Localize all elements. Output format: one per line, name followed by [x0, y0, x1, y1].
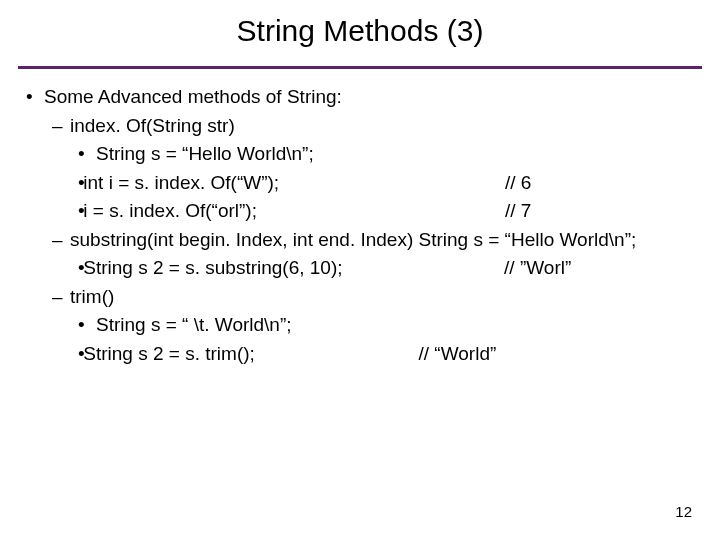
- indexof-line2: int i = s. index. Of(“W”); // 6: [26, 169, 694, 198]
- title-underline: [18, 66, 702, 69]
- indexof-line3-comment: // 7: [523, 197, 531, 226]
- method-indexof-sig: index. Of(String str): [70, 115, 235, 136]
- method-trim-sig: trim(): [70, 286, 114, 307]
- slide: String Methods (3) Some Advanced methods…: [0, 0, 720, 540]
- method-trim: trim(): [26, 283, 694, 312]
- bullet-intro-text: Some Advanced methods of String:: [44, 86, 342, 107]
- slide-title: String Methods (3): [0, 14, 720, 48]
- bullet-intro: Some Advanced methods of String:: [26, 83, 694, 112]
- indexof-line1-text: String s = “Hello World\n”;: [96, 143, 314, 164]
- method-substring-sig: substring(int begin. Index, int end. Ind…: [70, 229, 636, 250]
- trim-line1: String s = “ \t. World\n”;: [26, 311, 694, 340]
- indexof-line1: String s = “Hello World\n”;: [26, 140, 694, 169]
- trim-line2-comment: // “World”: [437, 340, 497, 369]
- slide-body: Some Advanced methods of String: index. …: [0, 83, 720, 368]
- substring-line1: String s 2 = s. substring(6, 10); // ”Wo…: [26, 254, 694, 283]
- indexof-line3: i = s. index. Of(“orl”); // 7: [26, 197, 694, 226]
- indexof-line3-text: i = s. index. Of(“orl”);: [101, 197, 257, 226]
- trim-line1-text: String s = “ \t. World\n”;: [96, 314, 292, 335]
- trim-line2-text: String s 2 = s. trim();: [101, 340, 255, 369]
- substring-line1-comment: // ”Worl”: [522, 254, 571, 283]
- method-indexof: index. Of(String str): [26, 112, 694, 141]
- substring-line1-text: String s 2 = s. substring(6, 10);: [101, 254, 342, 283]
- indexof-line2-comment: // 6: [523, 169, 531, 198]
- trim-line2: String s 2 = s. trim(); // “World”: [26, 340, 694, 369]
- indexof-line2-text: int i = s. index. Of(“W”);: [101, 169, 279, 198]
- method-substring: substring(int begin. Index, int end. Ind…: [26, 226, 694, 255]
- slide-number: 12: [675, 503, 692, 520]
